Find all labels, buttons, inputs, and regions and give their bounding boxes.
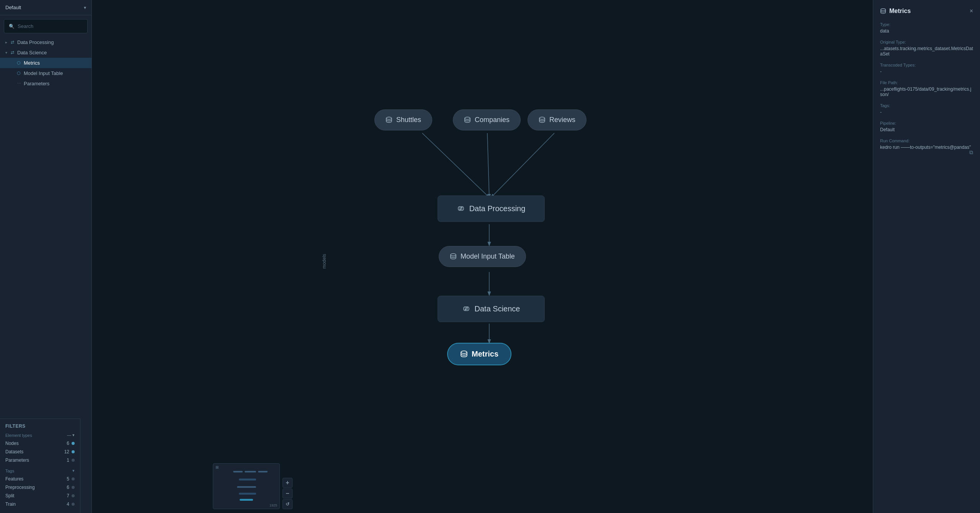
db-icon-active: [460, 350, 468, 358]
sidebar-item-data-processing[interactable]: ▸ ⇄ Data Processing: [0, 37, 91, 47]
filter-features[interactable]: Features 5: [5, 475, 75, 483]
original-type-value: ...atasets.tracking.metrics_dataset.Metr…: [880, 46, 973, 57]
filter-parameters-count: 1: [67, 458, 75, 463]
filters-panel: Filters Element types — ▾ Nodes 6 Datase…: [0, 419, 80, 513]
type-label: Type:: [880, 22, 973, 27]
dataset-icon: ⬡: [16, 60, 21, 66]
pipeline-label: Pipeline:: [880, 121, 973, 125]
db-icon: [385, 116, 392, 123]
filter-features-count: 5: [67, 476, 75, 482]
reset-view-button[interactable]: ↺: [283, 499, 292, 509]
flow-diagram: Shuttles Companies Reviews: [336, 94, 642, 419]
filter-preprocessing-count: 6: [67, 485, 75, 490]
pipeline-value: Default: [880, 127, 973, 132]
svg-point-7: [465, 117, 470, 119]
search-box[interactable]: 🔍: [4, 19, 88, 33]
panel-original-type: Original Type: ...atasets.tracking.metri…: [880, 40, 973, 57]
chevron-icon: ▸: [5, 40, 7, 44]
db-icon: [450, 253, 457, 260]
svg-point-8: [539, 117, 545, 119]
node-data-processing-label: Data Processing: [469, 204, 526, 213]
filter-parameters[interactable]: Parameters 1: [5, 456, 75, 464]
node-data-science[interactable]: Data Science: [438, 296, 545, 322]
element-types-section[interactable]: Element types — ▾: [5, 433, 75, 438]
pipeline-folder-icon: ⇄: [10, 50, 15, 55]
filter-datasets-count: 12: [64, 449, 75, 454]
node-reviews[interactable]: Reviews: [528, 109, 586, 130]
main-canvas[interactable]: Shuttles Companies Reviews: [106, 0, 873, 513]
element-types-controls: — ▾: [67, 433, 75, 438]
filter-datasets[interactable]: Datasets 12: [5, 448, 75, 456]
transcoded-types-value: -: [880, 69, 973, 74]
filter-nodes[interactable]: Nodes 6: [5, 439, 75, 448]
minimap-content: [213, 464, 279, 509]
filter-dot-inactive: [72, 486, 75, 489]
filter-features-label: Features: [5, 476, 23, 482]
sidebar-item-parameters[interactable]: ⋯ Parameters: [0, 78, 91, 89]
sidebar-header: Default ▾: [0, 0, 91, 15]
sidebar-item-metrics[interactable]: ⬡ Metrics: [0, 58, 91, 68]
filter-split-label: Split: [5, 493, 14, 498]
svg-line-0: [422, 133, 489, 197]
dataset-icon: ⬡: [16, 71, 21, 76]
tags-value: -: [880, 109, 973, 115]
chevron-down-icon[interactable]: ▾: [84, 5, 86, 10]
tags-section[interactable]: Tags ▾: [5, 468, 75, 473]
svg-point-9: [451, 254, 456, 256]
chevron-icon: ▾: [5, 50, 7, 55]
filter-train[interactable]: Train 4: [5, 500, 75, 508]
svg-point-10: [461, 351, 467, 353]
filter-dot-inactive: [72, 477, 75, 480]
zoom-in-button[interactable]: +: [283, 478, 292, 488]
file-path-value: ...paceflights-0175/data/09_tracking/met…: [880, 86, 973, 97]
filters-title: Filters: [5, 423, 75, 429]
sidebar: Default ▾ 🔍 ▸ ⇄ Data Processing ▾ ⇄ Data…: [0, 0, 92, 513]
models-label: models: [322, 254, 327, 269]
run-command-label: Run Command:: [880, 138, 973, 143]
filter-parameters-label: Parameters: [5, 458, 29, 463]
search-input[interactable]: [18, 23, 83, 29]
node-model-input-table[interactable]: Model Input Table: [439, 246, 526, 267]
node-model-input-table-label: Model Input Table: [461, 252, 515, 261]
project-title: Default: [5, 5, 21, 10]
minimap-zoom: 1925: [270, 503, 277, 507]
node-companies[interactable]: Companies: [453, 109, 521, 130]
element-types-label: Element types: [5, 433, 32, 438]
search-icon: 🔍: [9, 24, 15, 29]
panel-tags: Tags: -: [880, 103, 973, 115]
filter-split-count: 7: [67, 493, 75, 498]
pipeline-icon: [457, 205, 465, 212]
filter-preprocessing[interactable]: Preprocessing 6: [5, 483, 75, 492]
panel-pipeline: Pipeline: Default: [880, 121, 973, 132]
original-type-label: Original Type:: [880, 40, 973, 44]
node-data-processing[interactable]: Data Processing: [438, 195, 545, 222]
sidebar-item-label: Metrics: [24, 60, 40, 66]
right-panel-title: Metrics: [880, 8, 911, 15]
sidebar-item-label: Model Input Table: [24, 70, 63, 76]
copy-button[interactable]: ⧉: [969, 149, 973, 156]
tags-label: Tags:: [880, 103, 973, 108]
svg-line-1: [487, 133, 489, 197]
right-panel: Metrics × Type: data Original Type: ...a…: [873, 0, 980, 513]
panel-file-path: File Path: ...paceflights-0175/data/09_t…: [880, 80, 973, 97]
filter-datasets-label: Datasets: [5, 449, 23, 454]
filter-train-label: Train: [5, 502, 16, 507]
sidebar-item-data-science[interactable]: ▾ ⇄ Data Science: [0, 47, 91, 58]
close-panel-button[interactable]: ×: [970, 8, 973, 15]
node-shuttles[interactable]: Shuttles: [374, 109, 432, 130]
node-metrics[interactable]: Metrics: [447, 343, 511, 365]
filter-dot-inactive: [72, 459, 75, 462]
pipeline-folder-icon: ⇄: [10, 40, 15, 45]
filter-dot-inactive: [72, 494, 75, 497]
minimap: ⊞ 1925: [213, 463, 280, 509]
params-icon: ⋯: [16, 81, 21, 86]
sidebar-item-model-input-table[interactable]: ⬡ Model Input Table: [0, 68, 91, 78]
db-icon: [464, 116, 471, 123]
zoom-out-button[interactable]: −: [283, 489, 292, 498]
filter-train-count: 4: [67, 502, 75, 507]
filter-split[interactable]: Split 7: [5, 492, 75, 500]
panel-run-command: Run Command: kedro run ——to-outputs="met…: [880, 138, 973, 150]
db-icon-panel: [880, 8, 886, 14]
svg-line-2: [491, 133, 554, 197]
node-companies-label: Companies: [475, 116, 510, 124]
